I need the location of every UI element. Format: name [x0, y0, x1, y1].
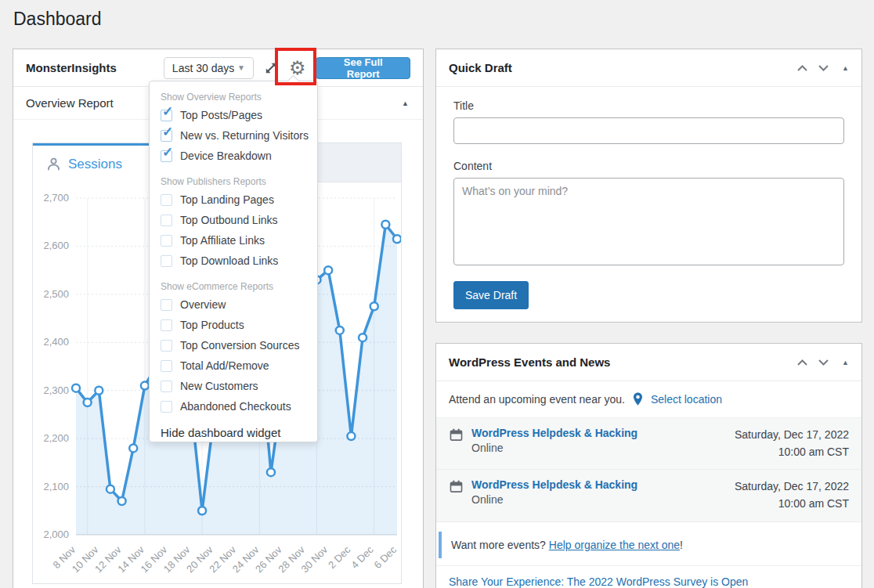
- svg-text:2,100: 2,100: [43, 481, 69, 492]
- checkbox-checked[interactable]: ✓: [161, 130, 172, 142]
- move-up-button[interactable]: [795, 355, 809, 370]
- tab-sessions[interactable]: Sessions: [33, 143, 150, 182]
- menu-item-label: New Customers: [180, 380, 258, 392]
- menu-item-new-vs-returning-visitors[interactable]: ✓New vs. Returning Visitors: [150, 125, 317, 146]
- see-full-report-button[interactable]: See Full Report: [316, 57, 410, 79]
- checkbox-checked[interactable]: ✓: [161, 150, 172, 162]
- svg-text:2,700: 2,700: [43, 192, 69, 204]
- checkbox-unchecked[interactable]: [161, 360, 172, 372]
- svg-text:4 Dec: 4 Dec: [349, 543, 376, 571]
- more-events-notice: Want more events? Help organize the next…: [439, 532, 852, 558]
- events-news-widget: WordPress Events and News ▲ Attend an up…: [435, 343, 862, 588]
- checkbox-unchecked[interactable]: [161, 401, 172, 413]
- quick-draft-header: Quick Draft ▲: [436, 49, 861, 87]
- gear-icon[interactable]: ⚙︎: [289, 59, 306, 78]
- menu-item-total-add-remove[interactable]: Total Add/Remove: [150, 355, 317, 376]
- svg-text:6 Dec: 6 Dec: [371, 543, 399, 571]
- event-row: WordPress Helpdesk & HackingOnlineSaturd…: [436, 418, 861, 470]
- event-location: Online: [471, 493, 637, 506]
- quick-draft-body: Title Content Save Draft: [436, 87, 861, 320]
- date-range-select[interactable]: Last 30 days ▼: [164, 57, 254, 79]
- checkbox-unchecked[interactable]: [161, 194, 172, 206]
- title-input[interactable]: [453, 117, 844, 144]
- menu-item-top-download-links[interactable]: Top Download Links: [150, 251, 317, 271]
- content-textarea[interactable]: [453, 178, 844, 265]
- checkbox-checked[interactable]: ✓: [161, 110, 172, 121]
- checkmark-icon: ✓: [162, 105, 173, 118]
- move-down-button[interactable]: [816, 61, 830, 75]
- event-title-link[interactable]: WordPress Helpdesk & Hacking: [471, 427, 637, 439]
- survey-link[interactable]: Share Your Experience: The 2022 WordPres…: [449, 575, 748, 588]
- attend-event-text: Attend an upcoming event near you.: [449, 393, 625, 406]
- event-row: WordPress Helpdesk & HackingOnlineSaturd…: [436, 470, 861, 521]
- checkbox-unchecked[interactable]: [161, 340, 172, 352]
- quick-draft-widget: Quick Draft ▲ Title Content Save Draft: [435, 49, 862, 323]
- widget-controls: ▲: [795, 61, 849, 75]
- checkbox-unchecked[interactable]: [161, 235, 172, 247]
- checkbox-unchecked[interactable]: [161, 319, 172, 331]
- hide-dashboard-widget-link[interactable]: Hide dashboard widget: [150, 423, 317, 443]
- svg-text:2,500: 2,500: [43, 288, 69, 300]
- checkmark-icon: ✓: [162, 146, 173, 159]
- menu-section-label: Show Publishers Reports: [150, 174, 317, 189]
- menu-item-label: Total Add/Remove: [180, 359, 269, 372]
- svg-text:2,300: 2,300: [43, 384, 69, 396]
- person-icon: [46, 157, 61, 171]
- expand-icon[interactable]: [264, 61, 278, 75]
- select-location-link[interactable]: Select location: [651, 393, 722, 406]
- menu-item-top-affiliate-links[interactable]: Top Affiliate Links: [150, 230, 317, 251]
- menu-item-top-landing-pages[interactable]: Top Landing Pages: [150, 189, 317, 210]
- collapse-toggle-icon[interactable]: ▲: [842, 359, 849, 366]
- menu-item-top-conversion-sources[interactable]: Top Conversion Sources: [150, 335, 317, 355]
- menu-item-label: Top Landing Pages: [180, 193, 274, 206]
- menu-item-label: Top Download Links: [180, 254, 278, 267]
- menu-item-overview[interactable]: Overview: [150, 294, 317, 315]
- help-organize-link[interactable]: Help organize the next one: [549, 539, 680, 551]
- event-title-link[interactable]: WordPress Helpdesk & Hacking: [471, 478, 637, 491]
- collapse-icon[interactable]: ▲: [402, 99, 409, 107]
- menu-item-device-breakdown[interactable]: ✓Device Breakdown: [150, 146, 317, 166]
- calendar-icon: [449, 479, 464, 512]
- svg-text:2,400: 2,400: [43, 336, 69, 348]
- attend-event-row: Attend an upcoming event near you. Selec…: [436, 381, 861, 418]
- svg-text:2 Dec: 2 Dec: [326, 543, 353, 571]
- monsterinsights-title: MonsterInsights: [26, 61, 117, 74]
- menu-section-label: Show eCommerce Reports: [150, 279, 317, 294]
- checkbox-unchecked[interactable]: [161, 381, 172, 392]
- checkbox-unchecked[interactable]: [161, 255, 172, 267]
- title-label: Title: [453, 99, 844, 112]
- menu-item-label: Top Posts/Pages: [180, 109, 262, 121]
- move-up-button[interactable]: [795, 61, 809, 75]
- menu-item-top-products[interactable]: Top Products: [150, 315, 317, 335]
- svg-text:2,600: 2,600: [43, 240, 69, 251]
- events-footer: Share Your Experience: The 2022 WordPres…: [436, 565, 861, 588]
- menu-item-label: Top Affiliate Links: [180, 234, 265, 247]
- menu-item-top-posts-pages[interactable]: ✓Top Posts/Pages: [150, 105, 317, 125]
- checkbox-unchecked[interactable]: [161, 215, 172, 226]
- events-news-title: WordPress Events and News: [449, 355, 610, 369]
- location-pin-icon: [631, 391, 645, 407]
- content-label: Content: [453, 160, 844, 172]
- event-datetime: Saturday, Dec 17, 202210:00 am CST: [735, 478, 849, 512]
- menu-item-top-outbound-links[interactable]: Top Outbound Links: [150, 210, 317, 230]
- svg-text:2,000: 2,000: [43, 528, 69, 540]
- overview-report-title: Overview Report: [26, 96, 114, 110]
- date-range-value: Last 30 days: [172, 62, 234, 74]
- events-news-header: WordPress Events and News ▲: [436, 344, 861, 381]
- widget-controls: ▲: [795, 355, 849, 370]
- chevron-down-icon: ▼: [237, 63, 245, 72]
- event-datetime: Saturday, Dec 17, 202210:00 am CST: [735, 427, 849, 460]
- more-events-suffix: !: [680, 539, 683, 551]
- menu-item-label: Top Conversion Sources: [180, 339, 300, 352]
- collapse-toggle-icon[interactable]: ▲: [842, 64, 849, 72]
- move-down-button[interactable]: [816, 355, 830, 370]
- menu-item-abandoned-checkouts[interactable]: Abandoned Checkouts: [150, 396, 317, 417]
- event-location: Online: [471, 442, 637, 454]
- menu-item-new-customers[interactable]: New Customers: [150, 376, 317, 396]
- checkbox-unchecked[interactable]: [161, 299, 172, 311]
- wordpress-dashboard-page: Dashboard MonsterInsights Last 30 days ▼…: [0, 0, 874, 588]
- menu-item-label: Top Outbound Links: [180, 214, 278, 226]
- svg-text:30 Nov: 30 Nov: [299, 543, 330, 575]
- save-draft-button[interactable]: Save Draft: [453, 281, 529, 309]
- menu-item-label: Top Products: [180, 319, 244, 331]
